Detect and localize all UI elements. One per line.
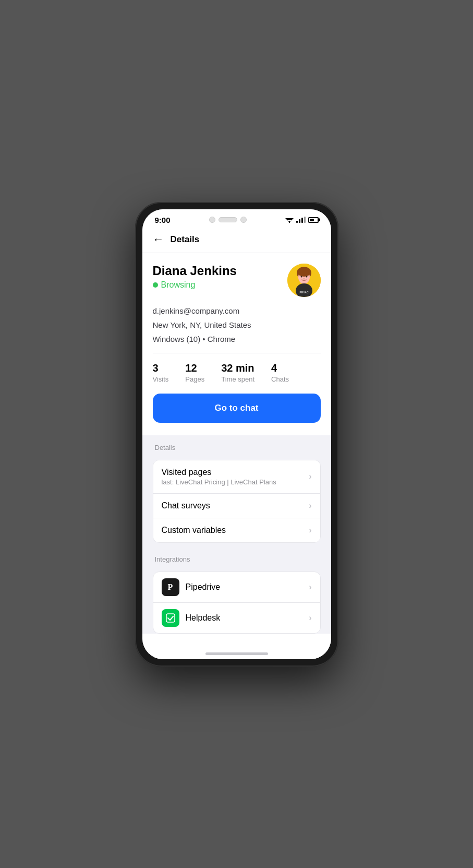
- integrations-list: P Pipedrive ›: [153, 572, 321, 634]
- home-indicator: [205, 652, 268, 655]
- details-section: Details Visited pages last: LiveChat Pri…: [142, 435, 331, 634]
- custom-variables-item[interactable]: Custom variables ›: [153, 518, 320, 542]
- svg-point-9: [300, 276, 302, 277]
- avatar-image: PRVAC: [287, 264, 321, 297]
- battery-icon: [308, 217, 319, 223]
- pipedrive-left: P Pipedrive: [162, 578, 309, 596]
- chat-surveys-item[interactable]: Chat surveys ›: [153, 493, 320, 518]
- phone-screen: 9:00: [142, 209, 331, 659]
- status-bar: 9:00: [142, 209, 331, 229]
- chevron-icon-3: ›: [309, 526, 311, 535]
- chat-surveys-title: Chat surveys: [162, 501, 309, 510]
- stat-pages: 12 Pages: [185, 362, 204, 383]
- svg-text:PRVAC: PRVAC: [299, 291, 308, 294]
- email: d.jenkins@company.com: [153, 305, 321, 316]
- svg-point-10: [306, 276, 307, 277]
- pipedrive-letter: P: [168, 582, 173, 592]
- profile-section: Diana Jenkins Browsing: [142, 253, 331, 423]
- status-text: Browsing: [161, 280, 196, 290]
- chats-label: Chats: [271, 375, 289, 383]
- nav-bar: ← Details: [142, 229, 331, 253]
- profile-header: Diana Jenkins Browsing: [153, 264, 321, 297]
- pages-value: 12: [185, 362, 197, 374]
- camera-dot2: [240, 217, 247, 223]
- pages-label: Pages: [185, 375, 204, 383]
- time-value: 32 min: [221, 362, 254, 374]
- camera-dot: [209, 217, 215, 223]
- wifi-icon: [285, 217, 294, 223]
- avatar: PRVAC: [287, 264, 321, 297]
- camera-notch: [209, 217, 247, 223]
- time-label: Time spent: [221, 375, 254, 383]
- main-content: Diana Jenkins Browsing: [142, 253, 331, 659]
- svg-point-11: [303, 278, 305, 279]
- chevron-icon: ›: [309, 472, 311, 481]
- profile-name: Diana Jenkins: [153, 264, 287, 278]
- integrations-section-label: Integrations: [153, 555, 321, 563]
- custom-variables-content: Custom variables: [162, 526, 309, 535]
- status-time: 9:00: [155, 216, 171, 224]
- phone-frame: 9:00: [135, 202, 338, 667]
- go-to-chat-button[interactable]: Go to chat: [153, 394, 321, 423]
- visited-pages-content: Visited pages last: LiveChat Pricing | L…: [162, 468, 309, 486]
- pipedrive-icon: P: [162, 578, 179, 596]
- location: New York, NY, United States: [153, 319, 321, 330]
- bottom-indicator: [142, 646, 331, 659]
- helpdesk-name: Helpdesk: [186, 613, 221, 623]
- stats-row: 3 Visits 12 Pages 32 min Time spent 4 Ch…: [153, 362, 321, 383]
- visits-label: Visits: [153, 375, 169, 383]
- helpdesk-left: Helpdesk: [162, 609, 309, 627]
- details-section-label: Details: [153, 444, 321, 451]
- device: Windows (10) • Chrome: [153, 334, 321, 344]
- profile-info: Diana Jenkins Browsing: [153, 264, 287, 290]
- chevron-icon-5: ›: [309, 613, 311, 623]
- pipedrive-item[interactable]: P Pipedrive ›: [153, 572, 320, 602]
- page-title: Details: [171, 234, 200, 245]
- chats-value: 4: [271, 362, 277, 374]
- profile-status: Browsing: [153, 280, 287, 290]
- camera-pill: [219, 217, 237, 222]
- stat-chats: 4 Chats: [271, 362, 289, 383]
- status-dot-icon: [153, 282, 158, 288]
- stat-visits: 3 Visits: [153, 362, 169, 383]
- custom-variables-title: Custom variables: [162, 526, 309, 535]
- divider-1: [153, 353, 321, 353]
- back-arrow-icon: ←: [153, 234, 164, 245]
- visits-value: 3: [153, 362, 159, 374]
- visited-pages-item[interactable]: Visited pages last: LiveChat Pricing | L…: [153, 460, 320, 493]
- pipedrive-name: Pipedrive: [186, 582, 221, 592]
- contact-details: d.jenkins@company.com New York, NY, Unit…: [153, 305, 321, 344]
- helpdesk-checkmark-icon: [165, 613, 176, 623]
- visited-pages-title: Visited pages: [162, 468, 309, 477]
- stat-time: 32 min Time spent: [221, 362, 254, 383]
- chat-surveys-content: Chat surveys: [162, 501, 309, 510]
- back-button[interactable]: ←: [153, 234, 164, 245]
- details-list: Visited pages last: LiveChat Pricing | L…: [153, 460, 321, 543]
- helpdesk-icon: [162, 609, 179, 627]
- visited-pages-subtitle: last: LiveChat Pricing | LiveChat Plans: [162, 478, 309, 486]
- helpdesk-item[interactable]: Helpdesk ›: [153, 602, 320, 633]
- svg-point-8: [297, 267, 311, 277]
- chevron-icon-4: ›: [309, 582, 311, 592]
- signal-icon: [296, 217, 306, 223]
- chevron-icon-2: ›: [309, 501, 311, 510]
- status-icons: [285, 217, 319, 223]
